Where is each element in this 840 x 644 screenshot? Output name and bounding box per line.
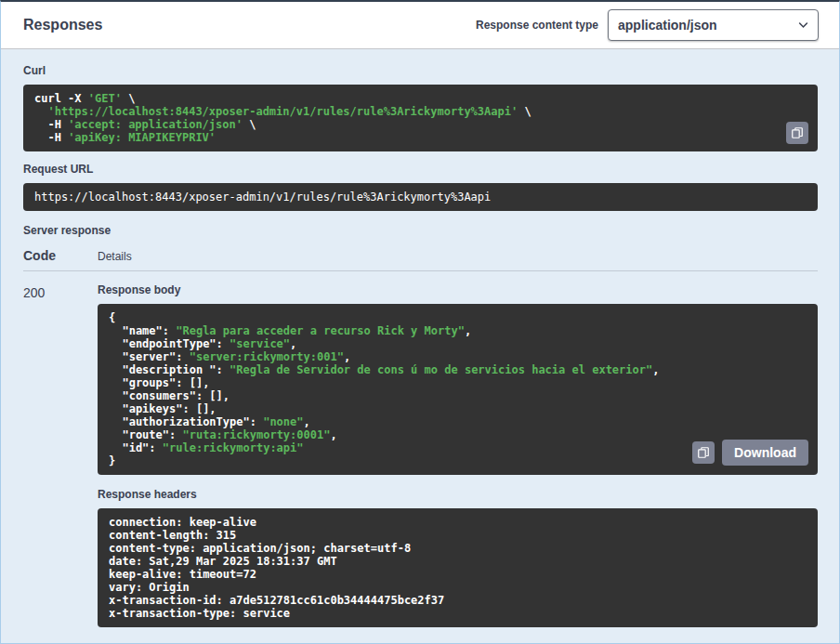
- response-headers-label: Response headers: [98, 488, 818, 501]
- status-code: 200: [23, 283, 98, 627]
- curl-command-block: curl -X 'GET' \ 'https://localhost:8443/…: [23, 85, 818, 151]
- response-row-200: 200 Response body { "name": "Regla para …: [23, 271, 818, 627]
- response-content-type-label: Response content type: [476, 19, 598, 32]
- responses-header: Responses Response content type applicat…: [1, 2, 839, 49]
- details-column-header: Details: [98, 250, 818, 263]
- curl-command-text: curl -X 'GET' \ 'https://localhost:8443/…: [34, 92, 807, 144]
- code-column-header: Code: [23, 248, 98, 263]
- response-body-actions: Download: [692, 440, 808, 466]
- response-headers-block: connection: keep-alivecontent-length: 31…: [98, 508, 818, 627]
- responses-panel: Responses Response content type applicat…: [0, 0, 840, 644]
- copy-to-clipboard-icon: [697, 446, 710, 459]
- copy-to-clipboard-icon: [791, 126, 804, 139]
- response-table-header: Code Details: [23, 248, 818, 271]
- copy-response-body-button[interactable]: [692, 441, 715, 464]
- response-content-type-select[interactable]: application/json: [608, 9, 819, 41]
- server-response-label: Server response: [23, 224, 818, 237]
- response-body-label: Response body: [98, 283, 818, 296]
- download-button[interactable]: Download: [722, 440, 808, 466]
- server-response-table: Code Details 200 Response body { "name":…: [23, 248, 818, 627]
- curl-label: Curl: [23, 64, 818, 77]
- request-url-label: Request URL: [23, 163, 818, 176]
- response-content-type-select-wrap: application/json: [608, 9, 819, 41]
- request-url-text: https://localhost:8443/xposer-admin/v1/r…: [34, 191, 807, 204]
- response-headers-text: connection: keep-alivecontent-length: 31…: [109, 516, 807, 620]
- response-details-cell: Response body { "name": "Regla para acce…: [98, 283, 818, 627]
- responses-body: Curl curl -X 'GET' \ 'https://localhost:…: [1, 49, 839, 644]
- copy-curl-button[interactable]: [786, 122, 808, 144]
- request-url-block: https://localhost:8443/xposer-admin/v1/r…: [23, 183, 818, 211]
- responses-title: Responses: [23, 17, 102, 33]
- response-body-block: { "name": "Regla para acceder a recurso …: [98, 304, 818, 475]
- response-content-type-wrapper: Response content type application/json: [476, 9, 819, 41]
